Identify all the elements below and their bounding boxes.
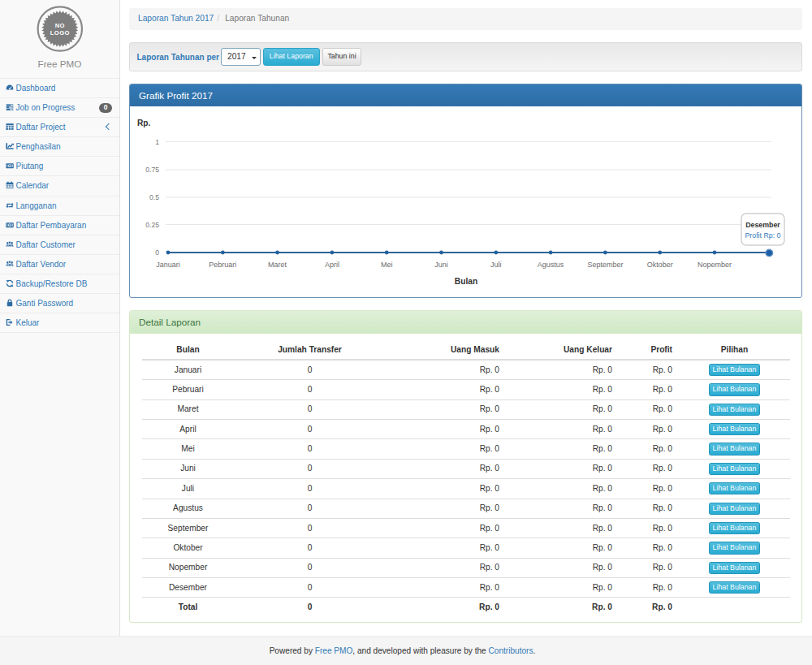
svg-text:0: 0 [155,248,159,257]
svg-text:0.75: 0.75 [145,166,159,174]
svg-text:Nopember: Nopember [698,261,732,269]
svg-text:0.5: 0.5 [149,193,159,201]
svg-text:Bulan: Bulan [455,277,477,286]
svg-text:April: April [325,261,339,269]
svg-text:Profit Rp: 0: Profit Rp: 0 [745,231,780,240]
svg-text:LOGO: LOGO [50,29,69,37]
svg-text:Mei: Mei [381,261,393,269]
svg-text:Agustus: Agustus [538,261,564,269]
svg-text:0.25: 0.25 [145,221,159,229]
svg-text:Pebruari: Pebruari [209,261,236,269]
svg-text:Januari: Januari [156,261,180,269]
svg-text:Juli: Juli [490,261,502,269]
svg-text:Rp.: Rp. [137,119,151,127]
svg-text:Desember: Desember [745,221,780,229]
svg-text:Oktober: Oktober [647,261,673,269]
svg-text:1: 1 [155,138,159,146]
svg-text:Juni: Juni [434,261,448,269]
svg-text:Maret: Maret [268,261,287,269]
svg-text:NO: NO [54,22,64,29]
svg-text:September: September [587,261,623,269]
